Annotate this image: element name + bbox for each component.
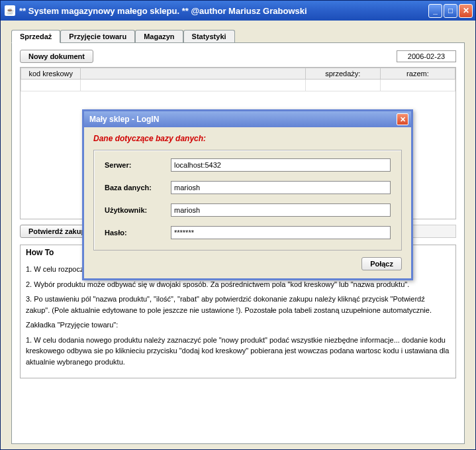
user-label: Użytkownik: [105,206,171,214]
tab-przyjecie-towaru[interactable]: Przyjęcie towaru [60,30,135,42]
user-input[interactable] [171,203,391,217]
table-header-row: kod kreskowy sprzedaży: razem: [21,68,455,80]
col-hidden [81,68,305,80]
dialog-title: Mały sklep - LogIN [89,115,397,124]
dialog-close-button[interactable]: ✕ [397,113,408,125]
howto-p5: 1. W celu dodania nowego produktu należy… [26,335,450,368]
titlebar: ☕ ** System magazynowy małego sklepu. **… [1,1,475,21]
main-window: ☕ ** System magazynowy małego sklepu. **… [0,0,476,450]
date-field[interactable]: 2006-02-23 [397,50,456,62]
window-title: ** System magazynowy małego sklepu. ** @… [19,6,428,16]
java-icon: ☕ [5,5,15,16]
login-dialog: Mały sklep - LogIN ✕ Dane dotyczące bazy… [82,109,413,280]
database-input[interactable] [171,181,391,194]
tab-magazyn[interactable]: Magazyn [135,30,183,42]
content-area: Sprzedaż Przyjęcie towaru Magazyn Statys… [1,21,475,450]
server-label: Serwer: [105,161,171,169]
minimize-button[interactable]: _ [428,4,442,18]
close-button[interactable]: ✕ [459,4,473,18]
tab-sprzedaz[interactable]: Sprzedaż [11,30,60,43]
database-label: Baza danych: [105,184,171,192]
maximize-button[interactable]: □ [444,4,457,18]
col-razem: razem: [380,68,455,80]
col-kod-kreskowy: kod kreskowy [21,68,81,80]
server-input[interactable] [171,158,391,172]
dialog-titlebar: Mały sklep - LogIN ✕ [84,111,411,127]
tab-statystyki[interactable]: Statystyki [183,30,235,42]
tab-panel-sprzedaz: Nowy dokument 2006-02-23 kod kreskowy sp… [11,43,465,444]
password-input[interactable] [171,226,391,239]
howto-p4: Zakładka "Przyjęcie towaru": [26,319,450,331]
connect-button[interactable]: Połącz [361,257,402,270]
col-sprzedazy: sprzedaży: [305,68,380,80]
howto-p3: 3. Po ustawieniu pól "nazwa produktu", "… [26,294,450,315]
password-label: Hasło: [105,229,171,237]
dialog-heading: Dane dotyczące bazy danych: [93,134,402,143]
table-row[interactable] [21,80,455,91]
login-form: Serwer: Baza danych: Użytkownik: Ha [93,150,402,251]
tabs: Sprzedaż Przyjęcie towaru Magazyn Statys… [11,30,465,43]
new-document-button[interactable]: Nowy dokument [20,50,93,63]
